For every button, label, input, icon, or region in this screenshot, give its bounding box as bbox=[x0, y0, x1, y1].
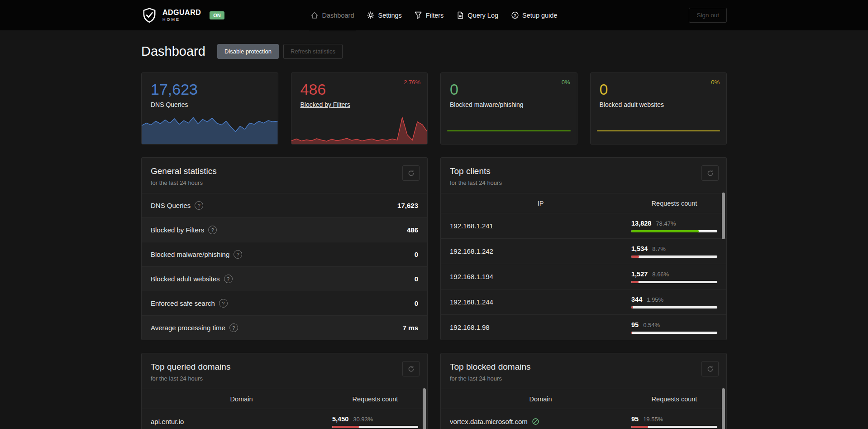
table-row: 192.168.1.98 950.54% bbox=[441, 314, 726, 340]
progress-bar-fill bbox=[631, 281, 639, 283]
table-header-row: IP Requests count bbox=[441, 193, 726, 213]
request-percent: 78.47% bbox=[656, 220, 676, 227]
svg-text:?: ? bbox=[514, 13, 516, 18]
table-row: 192.168.1.241 13,82878.47% bbox=[441, 213, 726, 238]
request-count: 5,450 bbox=[332, 415, 348, 423]
stat-value: 0 bbox=[600, 81, 727, 98]
stat-card-blocked-malware: 0% 0 Blocked malware/phishing bbox=[440, 72, 577, 145]
sign-out-button[interactable]: Sign out bbox=[689, 8, 727, 23]
brand-subtitle: HOME bbox=[162, 17, 201, 22]
help-icon[interactable] bbox=[208, 226, 217, 234]
blocked-filters-sparkline bbox=[291, 116, 428, 145]
table-row: 192.168.1.244 3441.95% bbox=[441, 289, 726, 314]
request-percent: 0.54% bbox=[643, 322, 660, 328]
nav-label: Settings bbox=[378, 12, 401, 19]
stat-card-dns-queries: 17,623 DNS Queries bbox=[141, 72, 278, 145]
card-subtitle: for the last 24 hours bbox=[151, 375, 418, 382]
brand-text: ADGUARD HOME bbox=[162, 9, 201, 22]
requests-cell: 9519.55% bbox=[631, 415, 717, 428]
progress-bar bbox=[631, 426, 717, 428]
request-count: 95 bbox=[631, 415, 639, 423]
request-percent: 1.95% bbox=[647, 296, 663, 303]
table-row: vortex.data.microsoft.com 9519.55% bbox=[441, 409, 726, 429]
card-title: Top clients bbox=[450, 166, 717, 176]
nav-item-settings[interactable]: Settings bbox=[367, 0, 401, 30]
navbar: ADGUARD HOME ON Dashboard bbox=[0, 0, 868, 30]
refresh-icon bbox=[707, 170, 714, 177]
card-refresh-button[interactable] bbox=[701, 361, 719, 376]
blocked-domain-icon bbox=[532, 418, 539, 425]
nav-item-filters[interactable]: Filters bbox=[415, 0, 444, 30]
domain-text: vortex.data.microsoft.com bbox=[450, 418, 528, 425]
table-row: Average processing time 7 ms bbox=[142, 315, 427, 340]
client-ip-link[interactable]: 192.168.1.242 bbox=[450, 247, 493, 255]
disable-protection-button[interactable]: Disable protection bbox=[217, 44, 279, 59]
card-refresh-button[interactable] bbox=[701, 165, 719, 181]
help-icon[interactable] bbox=[229, 323, 238, 332]
client-ip-link[interactable]: 192.168.1.98 bbox=[450, 323, 490, 331]
domain-link[interactable]: vortex.data.microsoft.com bbox=[450, 418, 539, 425]
scrollbar-thumb[interactable] bbox=[423, 388, 426, 429]
scrollbar-thumb[interactable] bbox=[722, 388, 725, 429]
scrollbar-thumb[interactable] bbox=[722, 193, 725, 239]
stat-label: Blocked malware/phishing bbox=[450, 101, 577, 108]
progress-bar bbox=[631, 255, 717, 258]
progress-bar bbox=[631, 281, 717, 283]
row-label: Blocked by Filters bbox=[151, 226, 204, 234]
row-value: 0 bbox=[415, 251, 418, 258]
middle-cards-row: General statistics for the last 24 hours… bbox=[141, 157, 727, 340]
progress-bar bbox=[631, 230, 717, 232]
row-label: Blocked malware/phishing bbox=[151, 251, 229, 258]
client-ip-link[interactable]: 192.168.1.244 bbox=[450, 298, 493, 306]
nav-item-setup-guide[interactable]: ? Setup guide bbox=[511, 0, 557, 30]
stat-percent: 0% bbox=[562, 79, 570, 86]
column-header-domain: Domain bbox=[151, 395, 332, 403]
nav-label: Query Log bbox=[467, 12, 498, 19]
requests-cell: 5,45030.93% bbox=[332, 415, 418, 428]
stat-percent: 0% bbox=[711, 79, 720, 86]
client-ip-link[interactable]: 192.168.1.194 bbox=[450, 273, 493, 280]
table-row: api.entur.io 5,45030.93% bbox=[142, 409, 427, 429]
row-label: Enforced safe search bbox=[151, 299, 215, 307]
card-header: Top clients for the last 24 hours bbox=[441, 158, 726, 193]
query-log-document-icon bbox=[456, 11, 464, 19]
card-refresh-button[interactable] bbox=[402, 361, 420, 376]
request-count: 95 bbox=[631, 321, 639, 328]
card-subtitle: for the last 24 hours bbox=[151, 179, 418, 186]
stat-label: Blocked adult websites bbox=[600, 101, 727, 108]
nav-label: Dashboard bbox=[322, 12, 354, 19]
card-title: Top blocked domains bbox=[450, 362, 717, 372]
requests-cell: 3441.95% bbox=[631, 296, 717, 308]
page-header: Dashboard Disable protection Refresh sta… bbox=[141, 44, 727, 59]
client-ip-link[interactable]: 192.168.1.241 bbox=[450, 222, 493, 230]
request-percent: 19.55% bbox=[643, 416, 663, 423]
row-label: Average processing time bbox=[151, 324, 225, 332]
row-value: 0 bbox=[415, 275, 418, 283]
row-label: DNS Queries bbox=[151, 202, 191, 209]
refresh-statistics-button[interactable]: Refresh statistics bbox=[283, 44, 343, 59]
blocked-by-filters-link[interactable]: Blocked by Filters bbox=[300, 101, 428, 108]
page-title: Dashboard bbox=[141, 44, 205, 59]
nav-item-dashboard[interactable]: Dashboard bbox=[311, 0, 354, 30]
help-icon[interactable] bbox=[195, 201, 203, 210]
requests-cell: 13,82878.47% bbox=[631, 220, 717, 232]
row-label: Blocked adult websites bbox=[151, 275, 220, 283]
stat-card-blocked-filters: 2.76% 486 Blocked by Filters bbox=[291, 72, 428, 145]
help-icon[interactable] bbox=[224, 275, 233, 283]
nav-item-query-log[interactable]: Query Log bbox=[456, 0, 498, 30]
help-icon[interactable] bbox=[234, 250, 242, 259]
progress-bar-fill bbox=[631, 230, 699, 232]
blocked-adult-flat-sparkline bbox=[597, 130, 720, 131]
bottom-cards-row: Top queried domains for the last 24 hour… bbox=[141, 353, 727, 429]
stat-card-blocked-adult: 0% 0 Blocked adult websites bbox=[590, 72, 727, 145]
card-subtitle: for the last 24 hours bbox=[450, 375, 717, 382]
card-header: Top blocked domains for the last 24 hour… bbox=[441, 353, 726, 389]
progress-bar-fill bbox=[332, 426, 359, 428]
help-icon[interactable] bbox=[219, 299, 228, 308]
settings-gear-icon bbox=[367, 11, 374, 19]
blocked-malware-flat-sparkline bbox=[447, 130, 571, 131]
adguard-home-brand[interactable]: ADGUARD HOME ON bbox=[141, 7, 224, 24]
progress-bar bbox=[332, 426, 418, 428]
domain-link[interactable]: api.entur.io bbox=[151, 418, 184, 425]
card-refresh-button[interactable] bbox=[402, 165, 420, 181]
